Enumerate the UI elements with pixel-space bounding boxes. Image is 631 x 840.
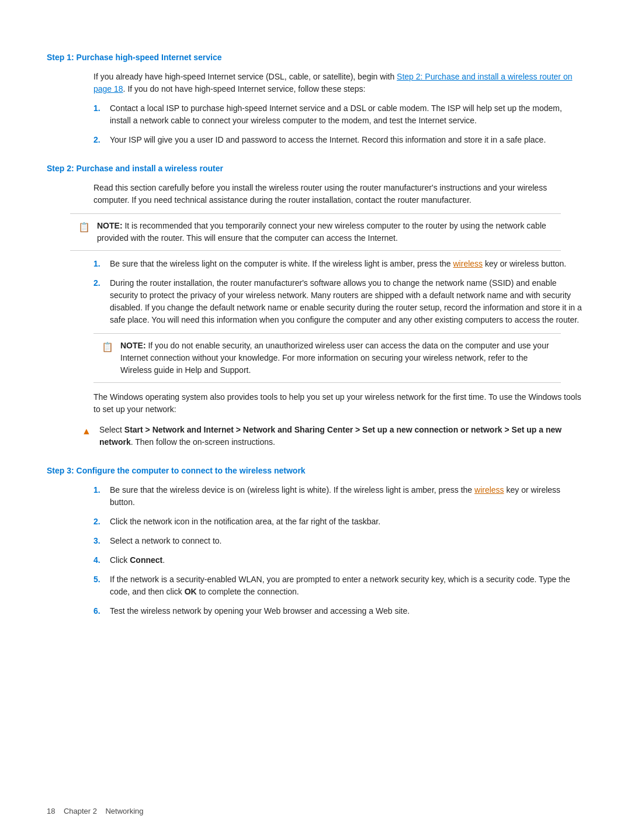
- step3-item-1-before: Be sure that the wireless device is on (…: [110, 485, 474, 495]
- step2-item-1: 1. Be sure that the wireless light on th…: [93, 258, 584, 270]
- step1-heading: Step 1: Purchase high-speed Internet ser…: [47, 51, 584, 64]
- step2-note1-content: NOTE: It is recommended that you tempora…: [97, 220, 553, 244]
- caution-after: . Then follow the on-screen instructions…: [131, 437, 275, 447]
- step2-note2-text: If you do not enable security, an unauth…: [120, 341, 549, 375]
- step1-item-2: 2. Your ISP will give you a user ID and …: [93, 134, 584, 146]
- step3-item-2: 2. Click the network icon in the notific…: [93, 516, 584, 528]
- step2-heading: Step 2: Purchase and install a wireless …: [47, 163, 584, 175]
- step2-item-2-text: During the router installation, the rout…: [110, 277, 584, 326]
- step3-item-6-number: 6.: [93, 605, 110, 617]
- caution-text: Select Start > Network and Internet > Ne…: [99, 424, 584, 448]
- page-number: 18: [47, 807, 55, 815]
- caution-triangle-icon: ▲: [82, 424, 93, 438]
- step2-item-1-text: Be sure that the wireless light on the c…: [110, 258, 584, 270]
- step2-note1-box: 📋 NOTE: It is recommended that you tempo…: [70, 213, 561, 251]
- step3-item-5-text: If the network is a security-enabled WLA…: [110, 573, 584, 598]
- step1-intro: If you already have high-speed Internet …: [93, 71, 584, 95]
- step3-item-2-text: Click the network icon in the notificati…: [110, 516, 584, 528]
- step3-item-4-number: 4.: [93, 554, 110, 566]
- step3-item-4-text: Click Connect.: [110, 554, 584, 566]
- step3-item-5: 5. If the network is a security-enabled …: [93, 573, 584, 598]
- step3-item-3: 3. Select a network to connect to.: [93, 535, 584, 547]
- step2-item-2: 2. During the router installation, the r…: [93, 277, 584, 326]
- step2-item-2-number: 2.: [93, 277, 110, 289]
- note2-icon: 📋: [102, 340, 115, 354]
- caution-before: Select: [99, 425, 124, 434]
- page-footer: 18 Chapter 2 Networking: [47, 806, 144, 817]
- step1-item-2-number: 2.: [93, 134, 110, 146]
- step2-item-1-number: 1.: [93, 258, 110, 270]
- step2-note1-body: It is recommended that you temporarily c…: [97, 221, 546, 243]
- chapter-title: Networking: [105, 807, 143, 815]
- note1-icon: 📋: [78, 220, 91, 234]
- step3-item-5-bold: OK: [185, 587, 197, 596]
- step3-item-4-bold: Connect: [130, 555, 162, 565]
- step1-item-2-text: Your ISP will give you a user ID and pas…: [110, 134, 584, 146]
- step3-item-3-number: 3.: [93, 535, 110, 547]
- wireless-link-1[interactable]: wireless: [453, 259, 483, 268]
- step3-list: 1. Be sure that the wireless device is o…: [93, 484, 584, 617]
- step3-item-2-number: 2.: [93, 516, 110, 528]
- step3-item-4-after: .: [162, 555, 165, 565]
- step3-item-6-text: Test the wireless network by opening you…: [110, 605, 584, 617]
- caution-item: ▲ Select Start > Network and Internet > …: [82, 424, 584, 448]
- step3-item-5-before: If the network is a security-enabled WLA…: [110, 575, 570, 596]
- step2-item-1-before: Be sure that the wireless light on the c…: [110, 259, 453, 268]
- step1-intro-text: If you already have high-speed Internet …: [93, 72, 397, 81]
- step3-item-4-before: Click: [110, 555, 130, 565]
- step1-item-1-number: 1.: [93, 102, 110, 115]
- step2-intro: Read this section carefully before you i…: [93, 182, 584, 206]
- step1-intro-suffix: . If you do not have high-speed Internet…: [123, 84, 366, 94]
- step1-item-1: 1. Contact a local ISP to purchase high-…: [93, 102, 584, 127]
- step3-item-1: 1. Be sure that the wireless device is o…: [93, 484, 584, 509]
- chapter-label: Chapter 2: [64, 807, 97, 815]
- step3-item-3-text: Select a network to connect to.: [110, 535, 584, 547]
- step2-note1-label: NOTE:: [97, 221, 123, 230]
- step3-item-6: 6. Test the wireless network by opening …: [93, 605, 584, 617]
- step1-item-1-text: Contact a local ISP to purchase high-spe…: [110, 102, 584, 127]
- step3-item-1-text: Be sure that the wireless device is on (…: [110, 484, 584, 509]
- step3-item-4: 4. Click Connect.: [93, 554, 584, 566]
- step2-note2-label: NOTE:: [120, 341, 146, 350]
- step2-list: 1. Be sure that the wireless light on th…: [93, 258, 584, 326]
- step3-item-5-number: 5.: [93, 573, 110, 586]
- step3-item-5-after: to complete the connection.: [197, 587, 299, 596]
- step1-list: 1. Contact a local ISP to purchase high-…: [93, 102, 584, 146]
- step2-note2-content: NOTE: If you do not enable security, an …: [120, 340, 553, 376]
- wireless-link-2[interactable]: wireless: [474, 485, 504, 495]
- step2-footer-text: The Windows operating system also provid…: [93, 391, 584, 416]
- step3-item-1-number: 1.: [93, 484, 110, 496]
- step2-note2-box: 📋 NOTE: If you do not enable security, a…: [93, 333, 561, 383]
- step2-item-1-after: key or wireless button.: [483, 259, 566, 268]
- step3-heading: Step 3: Configure the computer to connec…: [47, 465, 584, 477]
